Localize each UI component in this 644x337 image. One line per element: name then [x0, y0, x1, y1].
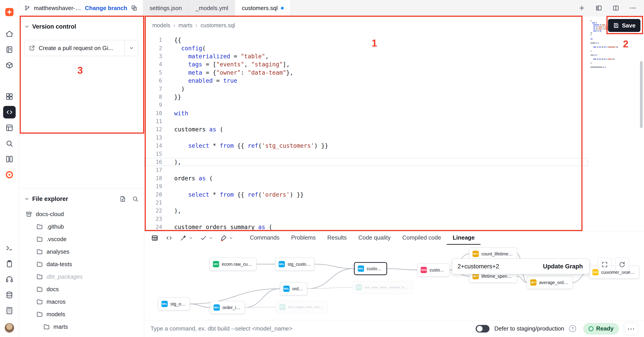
- breadcrumb-item[interactable]: models: [152, 22, 170, 29]
- lineage-node-raw_customers[interactable]: SRCecom.raw_customers: [210, 258, 256, 271]
- panel-tab-lineage[interactable]: Lineage: [447, 231, 480, 245]
- magic-wand-menu[interactable]: [180, 234, 193, 242]
- lint-fix-menu[interactable]: [220, 234, 233, 242]
- create-pr-button[interactable]: Create a pull request on Gi...: [24, 40, 139, 56]
- tree-item-dbt_packages[interactable]: dbt_packages: [19, 270, 144, 283]
- defer-toggle[interactable]: [476, 325, 490, 333]
- more-options-button[interactable]: ⋯: [624, 322, 638, 335]
- lineage-canvas[interactable]: SRCecom.raw_customersMDLstg_customersMDL…: [144, 245, 644, 320]
- explore-icon[interactable]: [3, 137, 16, 150]
- tree-item-.vscode[interactable]: .vscode: [19, 233, 144, 245]
- code-line[interactable]: 16),: [144, 158, 588, 166]
- code-line[interactable]: 15: [144, 150, 588, 158]
- code-line[interactable]: 2 config(: [144, 44, 588, 52]
- code-line[interactable]: 19: [144, 182, 588, 190]
- split-view-icon[interactable]: [612, 4, 620, 12]
- code-line[interactable]: 23: [144, 215, 588, 223]
- lineage-node-orders[interactable]: MDLorders: [280, 282, 307, 295]
- code-line[interactable]: 21: [144, 199, 588, 207]
- tree-item-analyses[interactable]: analyses: [19, 245, 144, 258]
- lineage-node-test_supply[interactable]: TSTtest_supply_costs_sum_correctly: [276, 301, 328, 314]
- code-line[interactable]: 7 ): [144, 85, 588, 93]
- lineage-node-stg_orders[interactable]: MDLstg_orders: [158, 298, 190, 311]
- search-icon[interactable]: [132, 196, 139, 202]
- editor-scrollbar[interactable]: [640, 61, 643, 128]
- panel-tab-problems[interactable]: Problems: [285, 231, 322, 245]
- tree-item-macros[interactable]: macros: [19, 296, 144, 308]
- code-line[interactable]: 24customer_orders_summary as (: [144, 223, 588, 231]
- code-line[interactable]: 9: [144, 101, 588, 109]
- lineage-node-stg_customers[interactable]: MDLstg_customers: [275, 258, 314, 271]
- tab-customers.sql[interactable]: customers.sql: [235, 0, 290, 16]
- code-line[interactable]: 10with: [144, 109, 588, 117]
- home-icon[interactable]: [3, 28, 16, 40]
- clipboard-icon[interactable]: [3, 258, 16, 270]
- refresh-button[interactable]: [615, 258, 629, 272]
- code-line[interactable]: 18orders as (: [144, 174, 588, 182]
- code-line[interactable]: 8}}: [144, 93, 588, 101]
- panel-tab-results[interactable]: Results: [322, 231, 353, 245]
- save-button[interactable]: Save: [608, 19, 640, 32]
- package-icon[interactable]: [3, 59, 16, 71]
- user-avatar[interactable]: [5, 323, 14, 333]
- format-menu[interactable]: [200, 234, 213, 242]
- database-icon[interactable]: [3, 289, 16, 301]
- panel-tab-code-quality[interactable]: Code quality: [352, 231, 396, 245]
- tree-item-.github[interactable]: .github: [19, 220, 144, 233]
- code-line[interactable]: 12customers as (: [144, 125, 588, 133]
- lineage-selector-input[interactable]: [452, 263, 537, 270]
- tree-item-docs[interactable]: docs: [19, 283, 144, 296]
- headset-icon[interactable]: [3, 273, 16, 286]
- develop-icon[interactable]: [3, 106, 16, 118]
- lineage-node-customers[interactable]: MDLcustomers: [354, 262, 387, 275]
- calculator-icon[interactable]: [3, 304, 16, 317]
- lineage-node-order_items[interactable]: MDLorder_items: [210, 301, 245, 314]
- panel-tab-compiled-code[interactable]: Compiled code: [396, 231, 447, 245]
- change-branch-link[interactable]: Change branch: [85, 5, 127, 12]
- dbt-cloud-cli-icon[interactable]: [3, 168, 16, 181]
- overflow-menu-icon[interactable]: [629, 4, 636, 12]
- code-line[interactable]: 11: [144, 117, 588, 125]
- layout-list-icon[interactable]: [595, 4, 602, 12]
- tab-settings.json[interactable]: settings.json: [143, 0, 189, 16]
- help-icon[interactable]: ?: [569, 325, 576, 332]
- code-line[interactable]: 20 select * from {{ ref('orders') }}: [144, 190, 588, 198]
- new-tab-icon[interactable]: [578, 4, 586, 12]
- code-line[interactable]: 14 select * from {{ ref('stg_customers')…: [144, 142, 588, 150]
- command-input[interactable]: [150, 325, 471, 332]
- copy-branch-icon[interactable]: [131, 5, 138, 11]
- tree-item-models[interactable]: models: [19, 308, 144, 321]
- tree-item-docs-cloud[interactable]: docs-cloud: [19, 208, 144, 220]
- code-line[interactable]: 3 materialized = "table",: [144, 52, 588, 60]
- pr-dropdown-button[interactable]: [124, 40, 138, 56]
- code-line[interactable]: 1{{: [144, 36, 588, 44]
- update-graph-button[interactable]: Update Graph: [537, 259, 589, 274]
- breadcrumb-item[interactable]: marts: [174, 22, 192, 29]
- code-line[interactable]: 17: [144, 166, 588, 174]
- compare-icon[interactable]: [3, 153, 16, 165]
- code-line[interactable]: 6 enabled = true: [144, 77, 588, 85]
- lineage-node-test_order_items[interactable]: TSTtest_order_items_compute_to_bools_cor…: [352, 281, 413, 294]
- results-table-icon[interactable]: [151, 234, 158, 242]
- panel-tab-commands[interactable]: Commands: [244, 231, 285, 245]
- code-line[interactable]: 4 tags = ["events", "staging"],: [144, 60, 588, 68]
- version-control-header[interactable]: Version control: [19, 22, 144, 31]
- dashboard-icon[interactable]: [3, 122, 16, 134]
- notebook-icon[interactable]: [3, 43, 16, 56]
- code-line[interactable]: 22),: [144, 207, 588, 215]
- lineage-node-average_order_value[interactable]: METaverage_order_value: [527, 276, 573, 289]
- code-view-icon[interactable]: [165, 234, 173, 242]
- grid-icon[interactable]: [3, 90, 16, 103]
- lineage-node-customers_sem[interactable]: SEMcustomers: [417, 264, 450, 277]
- terminal-icon[interactable]: [3, 242, 16, 254]
- code-line[interactable]: 5 meta = {"owner": "data-team"},: [144, 69, 588, 77]
- tab-_models.yml[interactable]: _models.yml: [189, 0, 235, 16]
- file-explorer-header[interactable]: File explorer: [19, 194, 144, 203]
- fullscreen-button[interactable]: [598, 258, 612, 272]
- breadcrumb-item[interactable]: customers.sql: [196, 22, 235, 29]
- tree-item-marts[interactable]: marts: [19, 321, 144, 333]
- tree-item-data-tests[interactable]: data-tests: [19, 258, 144, 270]
- new-file-icon[interactable]: [120, 196, 126, 202]
- dbt-logo[interactable]: [3, 6, 16, 18]
- code-line[interactable]: 13: [144, 134, 588, 142]
